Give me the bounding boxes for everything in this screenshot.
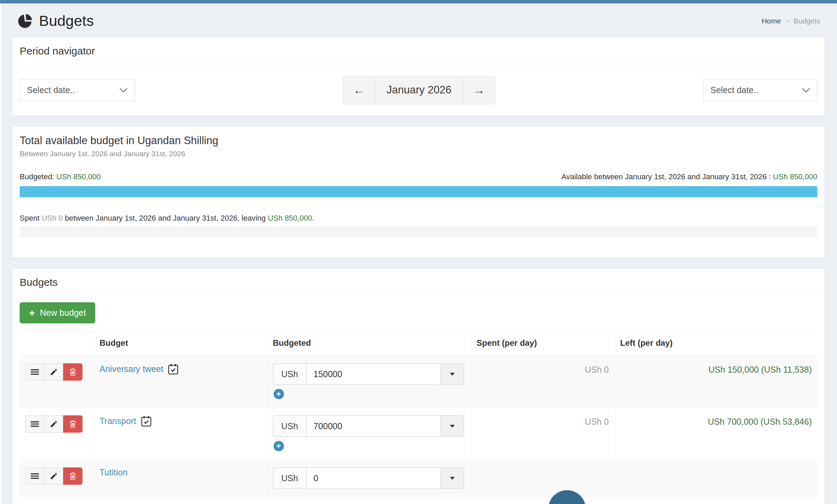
currency-addon: USh [273, 363, 306, 385]
spent-cell: USh 0 [471, 408, 614, 460]
main-content: Budgets Home > Budgets Period navigator … [0, 3, 837, 504]
trash-icon [69, 472, 77, 481]
calendar-check-icon [168, 363, 178, 375]
page-title: Budgets [39, 12, 94, 29]
left-cell [614, 460, 817, 497]
available-text: Available between January 1st, 2026 and … [561, 172, 817, 181]
edit-budget-button[interactable] [44, 363, 63, 381]
budgeted-amount: USh 850,000 [56, 172, 100, 181]
budgets-card-header: Budgets [12, 269, 825, 295]
table-header-row: Budget Budgeted Spent (per day) Left (pe… [20, 331, 817, 356]
delete-budget-button[interactable] [63, 363, 82, 381]
actions-cell [20, 356, 94, 408]
bars-icon [30, 368, 39, 376]
pencil-icon [50, 420, 58, 428]
edit-budget-button[interactable] [44, 467, 63, 485]
amount-dropdown-button[interactable] [441, 363, 464, 385]
spent-progress-bar [20, 227, 817, 238]
spent-suffix: . [312, 214, 314, 222]
chevron-down-icon [119, 88, 128, 93]
budget-amount-group: USh [273, 363, 465, 385]
budgeted-label: Budgeted: [20, 172, 54, 181]
budgets-card-body: + New budget Budget Budgeted Spent (per … [12, 295, 825, 504]
table-row: Tutition USh [20, 460, 817, 497]
budgets-card-title: Budgets [20, 276, 58, 288]
reorder-button[interactable] [25, 415, 45, 433]
pie-chart-logo-icon [17, 13, 33, 29]
select-date-end-value: Select date.. [710, 85, 758, 95]
trash-icon [69, 420, 77, 429]
budget-amount-input[interactable] [306, 467, 441, 489]
reorder-button[interactable] [25, 363, 45, 381]
row-actions-group [25, 467, 82, 485]
arrow-left-icon: ← [353, 83, 365, 97]
leaving-amount: USh 850,000 [268, 214, 312, 222]
chevron-down-icon [802, 88, 810, 93]
period-navigator-body: Select date.. ← January 2026 → [12, 64, 825, 116]
budgeted-progress-fill [20, 186, 817, 197]
spent-middle: between January 1st, 2026 and January 31… [65, 214, 266, 222]
budget-name-link[interactable]: Tutition [100, 467, 128, 477]
reorder-button[interactable] [25, 467, 45, 485]
budget-amount-input[interactable] [306, 363, 441, 385]
budget-name-link[interactable]: Transport [100, 416, 136, 426]
top-accent-bar [0, 0, 837, 3]
budget-name-cell: Aniversary tweet [94, 356, 267, 408]
select-date-end[interactable]: Select date.. [703, 79, 817, 101]
budgeted-cell: USh + [267, 408, 471, 460]
new-budget-label: New budget [40, 308, 86, 318]
period-navigator-title: Period navigator [20, 45, 95, 57]
budget-name-cell: Transport [94, 408, 267, 460]
period-navigator-header: Period navigator [12, 38, 825, 64]
bars-icon [30, 472, 39, 480]
column-budgeted: Budgeted [267, 331, 471, 356]
breadcrumb-current: Budgets [794, 17, 820, 25]
current-period-button[interactable]: January 2026 [375, 76, 463, 104]
period-navigator-card: Period navigator Select date.. ← January… [12, 38, 825, 116]
new-budget-button[interactable]: + New budget [20, 302, 95, 323]
breadcrumb-separator: > [785, 17, 789, 25]
select-date-start[interactable]: Select date.. [20, 79, 135, 101]
period-nav-group: ← January 2026 → [343, 76, 495, 104]
available-budget-subtitle: Between January 1st, 2026 and January 31… [20, 150, 817, 158]
add-available-amount-button[interactable]: + [274, 441, 284, 451]
spent-cell [471, 460, 614, 497]
current-period-label: January 2026 [387, 84, 452, 96]
budget-amount-group: USh [273, 415, 465, 437]
spent-prefix: Spent [20, 214, 40, 222]
budget-name-link[interactable]: Aniversary tweet [100, 364, 164, 374]
available-amount: USh 850,000 [773, 172, 817, 181]
amount-dropdown-button[interactable] [441, 467, 464, 489]
edit-budget-button[interactable] [44, 415, 63, 433]
caret-down-icon [450, 477, 455, 480]
actions-cell [20, 408, 94, 460]
column-spent: Spent (per day) [471, 331, 614, 356]
plus-icon: + [276, 442, 281, 450]
budgeted-progress-bar [20, 186, 817, 197]
actions-cell [20, 460, 94, 497]
trash-icon [69, 367, 77, 376]
caret-down-icon [450, 425, 455, 428]
column-actions [20, 331, 94, 356]
budget-amount-input[interactable] [306, 415, 441, 437]
table-row: Transport USh [20, 408, 817, 460]
budgets-table: Budget Budgeted Spent (per day) Left (pe… [20, 330, 817, 497]
add-available-amount-button[interactable]: + [274, 389, 284, 399]
column-budget: Budget [94, 331, 267, 356]
spent-line: Spent USh 0 between January 1st, 2026 an… [20, 214, 817, 223]
previous-period-button[interactable]: ← [343, 76, 375, 104]
left-cell: USh 150,000 (USh 11,538) [614, 356, 817, 408]
budgeted-amount-row: Budgeted: USh 850,000 Available between … [20, 172, 817, 181]
plus-icon: + [276, 390, 281, 398]
left-cell: USh 700,000 (USh 53,846) [614, 408, 817, 460]
available-budget-body: Total available budget in Ugandan Shilli… [12, 127, 825, 258]
delete-budget-button[interactable] [63, 415, 82, 433]
breadcrumb-home-link[interactable]: Home [762, 17, 781, 25]
row-actions-group [25, 363, 82, 381]
amount-dropdown-button[interactable] [441, 415, 464, 437]
budgeted-cell: USh + [267, 356, 471, 408]
breadcrumb: Home > Budgets [762, 17, 820, 25]
next-period-button[interactable]: → [463, 76, 495, 104]
arrow-right-icon: → [473, 83, 485, 97]
delete-budget-button[interactable] [63, 467, 82, 485]
